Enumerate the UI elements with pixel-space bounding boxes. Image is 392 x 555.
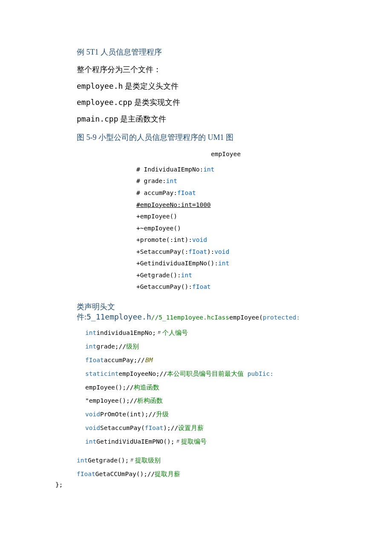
codeheader-inline2: empIoyee( — [229, 314, 263, 321]
code-line: "emp1oyee();//析构函数 — [85, 394, 332, 408]
code-line: intgrade;//级别 — [85, 340, 332, 354]
code-tail: intGetgrade();〃提取级别fIoatGetaCCUmPay();//… — [77, 454, 332, 481]
filename-employee-h: employee.h — [77, 81, 123, 90]
uml-rows: # IndividuaIEmpNo:int# grade:int# accumP… — [136, 164, 332, 293]
uml-row: # accumPay:fIoat — [136, 187, 332, 199]
desc-h: 是类定义头文件 — [123, 82, 179, 90]
uml-row: +Getgrade():int — [136, 270, 332, 282]
desc-main: 是主函数文件 — [118, 115, 167, 123]
codeheader-inline3: protected: — [263, 314, 300, 321]
code-line: staticintempIoyeeNo;//本公司职员编号目前最大值 pubIi… — [85, 367, 332, 381]
heading-example: 例 5T1 人员信息管理程序 — [77, 47, 332, 57]
uml-row: +~empIoyee() — [136, 223, 332, 235]
intro-line1: 整个程序分为三个文件： — [77, 63, 332, 76]
filename-employee-cpp: employee.cpp — [77, 98, 132, 107]
codeheader-inline1: //5_11emp1oyee.hcIass — [151, 314, 229, 321]
intro-line3: employee.cpp 是类实现文件 — [77, 96, 332, 109]
uml-row: +promote(:int):void — [136, 234, 332, 246]
document-page: 例 5T1 人员信息管理程序 整个程序分为三个文件： employee.h 是类… — [0, 0, 392, 555]
code-section-title: 类声明头文件:5_11employee.h//5_11emp1oyee.hcIa… — [77, 302, 332, 322]
uml-classname: empIoyee — [119, 148, 332, 160]
code-line: fIoatGetaCCUmPay();//提取月薪 — [77, 468, 332, 481]
uml-row: +GetindividuaIEmpNo():int — [136, 258, 332, 270]
code-line: empIoyee();//构造函数 — [85, 381, 332, 395]
uml-row: +GetaccumPay():fIoat — [136, 281, 332, 293]
closing-brace: }; — [55, 481, 332, 488]
code-line: fIoataccumPay;//BM — [85, 354, 332, 367]
uml-row: #empIoyeeNo:int=1000 — [136, 199, 332, 211]
filename-pmain-cpp: pmain.cpp — [77, 114, 118, 123]
heading-uml: 图 5-9 小型公司的人员信息管理程序的 UM1 图 — [77, 132, 332, 142]
uml-row: # IndividuaIEmpNo:int — [136, 164, 332, 176]
codeheader-filename: 5_11employee.h — [86, 312, 151, 321]
intro-line2: employee.h 是类定义头文件 — [77, 80, 332, 93]
code-line: intGetindiVidUaIEmPNO();〃提取编号 — [85, 435, 332, 449]
uml-diagram: empIoyee # IndividuaIEmpNo:int# grade:in… — [136, 148, 332, 293]
code-body: intindividua1EmpNo;〃个人编号intgrade;//级别fIo… — [85, 326, 332, 449]
uml-row: +empIoyee() — [136, 211, 332, 223]
code-line: voidPrOmOte(int);//升级 — [85, 408, 332, 421]
desc-cpp: 是类实现文件 — [132, 98, 180, 107]
uml-row: # grade:int — [136, 175, 332, 187]
code-line: voidSetaccumPay(fIoat);//设置月薪 — [85, 421, 332, 435]
intro-line4: pmain.cpp 是主函数文件 — [77, 113, 332, 126]
uml-row: +SetaccumPay(:fIoat):void — [136, 246, 332, 258]
code-line: intGetgrade();〃提取级别 — [77, 454, 332, 468]
code-line: intindividua1EmpNo;〃个人编号 — [85, 326, 332, 340]
